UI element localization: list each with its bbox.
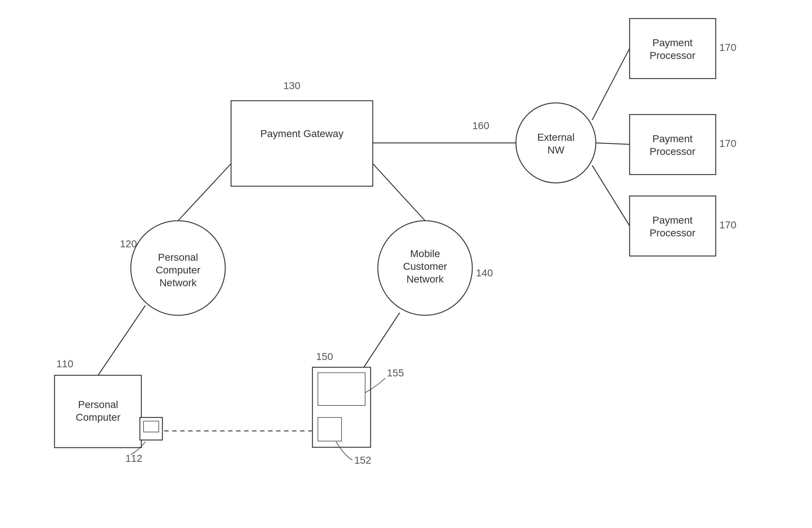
line-external-processor2 (596, 143, 630, 144)
processor2-label-line2: Processor (650, 146, 695, 157)
personal-computer-label-line2: Computer (76, 412, 121, 423)
processor1-label-line1: Payment (653, 37, 693, 48)
pc-network-label-line3: Network (159, 277, 197, 288)
device-150-screen (318, 373, 365, 405)
processor2-node (630, 115, 716, 175)
pc-network-label-line1: Personal (158, 252, 198, 263)
mobile-network-label-line2: Customer (403, 261, 447, 272)
external-nw-label-line2: NW (548, 144, 565, 156)
processor1-label-line2: Processor (650, 50, 695, 61)
network-diagram: Payment Gateway 130 Personal Computer Ne… (0, 0, 812, 528)
processor1-node (630, 19, 716, 79)
processor2-label-line1: Payment (653, 133, 693, 144)
ref-152: 152 (354, 455, 371, 466)
ref-110: 110 (56, 358, 73, 369)
ref-170-2: 170 (719, 138, 736, 149)
payment-gateway-node (231, 101, 373, 186)
payment-gateway-label: Payment Gateway (260, 128, 344, 139)
ref-160: 160 (472, 120, 489, 131)
line-external-processor1 (592, 48, 630, 120)
device-112-screen (144, 421, 159, 432)
ref-170-1: 170 (719, 42, 736, 53)
diagram-container: Payment Gateway 130 Personal Computer Ne… (0, 0, 812, 528)
external-nw-label-line1: External (537, 132, 575, 143)
personal-computer-label-line1: Personal (78, 399, 118, 410)
processor3-label-line2: Processor (650, 227, 695, 239)
pc-network-label-line2: Computer (156, 264, 201, 276)
processor3-node (630, 196, 716, 256)
line-gateway-mobile-network (373, 164, 425, 221)
ref-150: 150 (316, 351, 333, 362)
ref-120: 120 (120, 238, 137, 249)
mobile-network-label-line3: Network (407, 273, 444, 285)
line-external-processor3 (592, 165, 630, 226)
line-gateway-pc-network (178, 164, 231, 221)
processor3-label-line1: Payment (653, 215, 693, 226)
ref-130: 130 (283, 80, 300, 91)
mobile-network-label-line1: Mobile (410, 248, 440, 259)
ref-112: 112 (125, 453, 142, 464)
ref-155: 155 (387, 367, 404, 379)
device-152-small (318, 417, 342, 441)
ref-170-3: 170 (719, 219, 736, 231)
ref-140: 140 (476, 267, 493, 279)
line-pc-network-pc (98, 305, 145, 375)
